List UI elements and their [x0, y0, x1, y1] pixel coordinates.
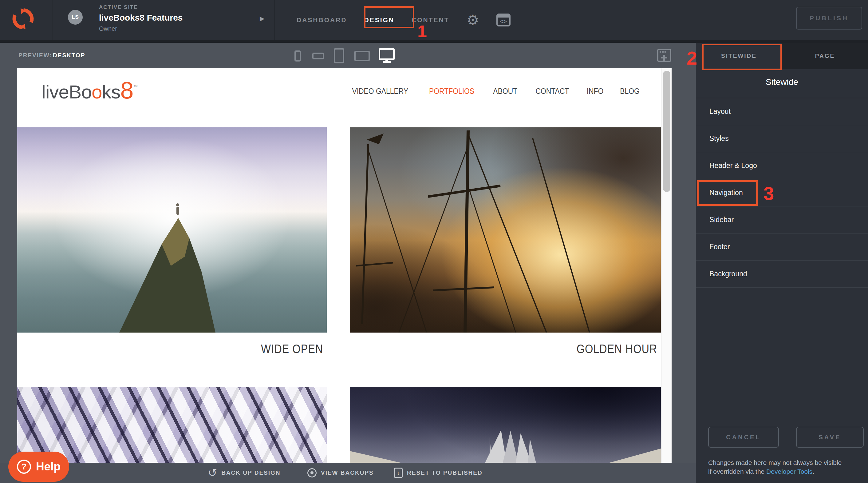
spires-silhouette: [350, 387, 661, 463]
nav-dashboard[interactable]: DASHBOARD: [297, 16, 347, 24]
logo-text: ks: [102, 81, 120, 103]
publish-button[interactable]: PUBLISH: [796, 7, 862, 30]
portfolio-photo-spires[interactable]: [350, 387, 661, 463]
logo-text: liveBo: [41, 81, 92, 103]
app-root: LS ACTIVE SITE liveBooks8 Features Owner…: [0, 0, 868, 483]
site-nav-blog[interactable]: BLOG: [620, 86, 640, 96]
new-window-icon[interactable]: [657, 49, 671, 62]
back-up-design-button[interactable]: ↺ BACK UP DESIGN: [208, 463, 281, 483]
save-button[interactable]: SAVE: [796, 427, 864, 448]
nav-content[interactable]: CONTENT: [411, 16, 450, 24]
portfolio-photo-golden-hour[interactable]: [350, 127, 661, 333]
sidebar-item-styles[interactable]: Styles: [696, 125, 868, 152]
question-mark-icon: ?: [17, 460, 31, 474]
sidebar-item-sidebar[interactable]: Sidebar: [696, 206, 868, 233]
preview-label: PREVIEW:: [19, 52, 52, 59]
help-button[interactable]: ? Help: [8, 452, 69, 482]
logo-orange-8: 8: [120, 77, 133, 104]
brand-logo-icon[interactable]: [11, 7, 35, 31]
logo-tm: ™: [133, 84, 138, 89]
tab-sitewide[interactable]: SITEWIDE: [696, 43, 782, 69]
header-divider: [53, 0, 53, 40]
active-site-name: liveBooks8 Features: [99, 13, 183, 23]
view-backups-label: VIEW BACKUPS: [321, 470, 374, 476]
sidebar-item-background[interactable]: Background: [696, 261, 868, 288]
main-nav: DASHBOARD DESIGN CONTENT ⚙ <>: [297, 0, 510, 40]
design-sidebar: SITEWIDE PAGE Sitewide Layout Styles Hea…: [696, 43, 868, 483]
window-dot: [660, 51, 661, 53]
cancel-button[interactable]: CANCEL: [708, 427, 779, 448]
top-header: LS ACTIVE SITE liveBooks8 Features Owner…: [0, 0, 868, 40]
window-dot: [662, 51, 663, 53]
portfolio-title: WIDE OPEN: [214, 342, 370, 356]
page-scrollbar-track: [661, 68, 672, 463]
reset-to-published-button[interactable]: ↓ RESET TO PUBLISHED: [394, 463, 483, 483]
view-eye-icon: [307, 468, 317, 478]
nav-design[interactable]: DESIGN: [364, 16, 395, 24]
sidebar-list: Layout Styles Header & Logo Navigation S…: [696, 98, 868, 288]
help-label: Help: [36, 460, 61, 473]
logo-orange-o: o: [92, 81, 102, 103]
device-tablet-portrait-icon[interactable]: [334, 48, 344, 63]
note-suffix: .: [812, 468, 814, 475]
sidebar-item-navigation[interactable]: Navigation: [696, 179, 868, 206]
site-nav-about[interactable]: ABOUT: [493, 86, 518, 96]
active-site-block: ACTIVE SITE liveBooks8 Features Owner: [99, 4, 183, 32]
sidebar-item-footer[interactable]: Footer: [696, 233, 868, 261]
sidebar-note: Changes made here may not always be visi…: [708, 458, 859, 476]
sailboat-masts-silhouette: [350, 127, 661, 333]
active-site-role: Owner: [99, 25, 183, 32]
developer-icon-bar: [498, 15, 509, 18]
developer-icon-glyph: <>: [498, 18, 509, 25]
tab-page[interactable]: PAGE: [782, 43, 868, 69]
reset-to-published-label: RESET TO PUBLISHED: [407, 470, 483, 476]
plus-icon: [663, 55, 665, 61]
reset-download-icon: ↓: [394, 467, 403, 478]
backup-circular-arrow-icon: ↺: [208, 467, 217, 478]
back-up-design-label: BACK UP DESIGN: [221, 470, 280, 476]
device-desktop-icon[interactable]: [379, 48, 395, 60]
device-phone-portrait-icon[interactable]: [294, 51, 301, 61]
cliff-silhouette: [17, 127, 327, 333]
developer-tools-link[interactable]: Developer Tools: [766, 468, 812, 475]
header-bottom-strip: [0, 40, 868, 43]
site-nav-portfolios[interactable]: PORTFOLIOS: [429, 86, 474, 96]
view-backups-button[interactable]: VIEW BACKUPS: [307, 463, 374, 483]
window-dot: [664, 51, 666, 53]
portfolio-photo-wide-open[interactable]: [17, 127, 327, 333]
portfolio-photo-lattice[interactable]: [17, 387, 327, 463]
avatar[interactable]: LS: [68, 10, 83, 25]
developer-tools-icon[interactable]: <>: [496, 13, 510, 26]
desktop-icon-base: [383, 61, 391, 63]
page-scrollbar-thumb[interactable]: [663, 71, 670, 192]
site-nav-video-gallery[interactable]: VIDEO GALLERY: [352, 86, 408, 96]
site-preview-page: liveBooks8™ VIDEO GALLERY PORTFOLIOS ABO…: [17, 68, 672, 463]
sidebar-item-header-logo[interactable]: Header & Logo: [696, 152, 868, 179]
site-nav: VIDEO GALLERY PORTFOLIOS ABOUT CONTACT I…: [348, 83, 641, 99]
note-line2: if overridden via the: [708, 468, 766, 475]
sidebar-tabs: SITEWIDE PAGE: [696, 43, 868, 69]
active-site-label: ACTIVE SITE: [99, 4, 183, 10]
site-switcher-arrow-icon[interactable]: ▶: [260, 15, 264, 22]
preview-toolbar: PREVIEW: DESKTOP: [0, 43, 696, 68]
device-phone-landscape-icon[interactable]: [312, 53, 324, 59]
preview-mode-value: DESKTOP: [53, 52, 86, 59]
portfolio-title: GOLDEN HOUR: [538, 342, 672, 356]
device-tablet-landscape-icon[interactable]: [354, 51, 370, 61]
note-line1: Changes made here may not always be visi…: [708, 459, 842, 466]
site-nav-info[interactable]: INFO: [586, 86, 603, 96]
bottom-action-bar: ↺ BACK UP DESIGN VIEW BACKUPS ↓ RESET TO…: [0, 463, 696, 483]
sidebar-heading: Sitewide: [696, 77, 868, 87]
site-nav-contact[interactable]: CONTACT: [535, 86, 569, 96]
sidebar-item-layout[interactable]: Layout: [696, 98, 868, 125]
settings-gear-icon[interactable]: ⚙: [467, 13, 479, 27]
site-logo[interactable]: liveBooks8™: [41, 76, 138, 104]
